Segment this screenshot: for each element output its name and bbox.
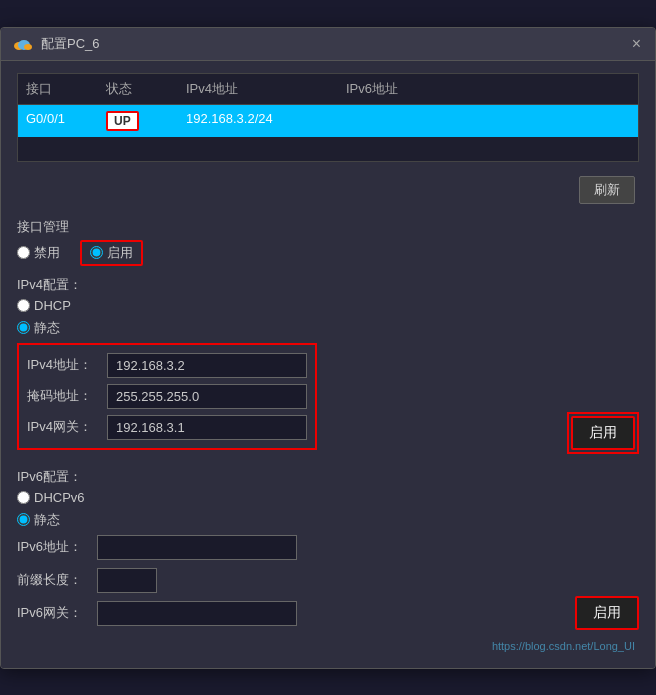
dhcpv6-option[interactable]: DHCPv6: [17, 490, 85, 505]
dhcp-radio[interactable]: [17, 299, 30, 312]
ipv6-address-label: IPv6地址：: [17, 538, 97, 556]
title-bar: 配置PC_6 ×: [1, 28, 655, 61]
window-title: 配置PC_6: [41, 35, 100, 53]
enable-radio[interactable]: [90, 246, 103, 259]
ipv6-section: IPv6配置： DHCPv6 静态 IPv6地址：: [17, 468, 639, 634]
col-interface: 接口: [26, 80, 106, 98]
mask-input[interactable]: [107, 384, 307, 409]
ipv4-address-input[interactable]: [107, 353, 307, 378]
ipv6-split-row: IPv6地址： 前缀长度： IPv6网关： 启用: [17, 535, 639, 634]
interface-table: 接口 状态 IPv4地址 IPv6地址 G0/0/1 UP 192.168.3.…: [17, 73, 639, 162]
close-button[interactable]: ×: [628, 34, 645, 54]
ipv6-fields-col: IPv6地址： 前缀长度： IPv6网关：: [17, 535, 575, 634]
interface-management-options: 禁用 启用: [17, 240, 639, 266]
refresh-row: 刷新: [17, 170, 639, 208]
empty-row: [18, 137, 638, 161]
ipv6-static-label: 静态: [34, 511, 60, 529]
ipv4-fields-col: IPv4地址： 掩码地址： IPv4网关：: [17, 343, 567, 458]
ipv6-apply-col: 启用: [575, 596, 639, 634]
ipv4-split-row: IPv4地址： 掩码地址： IPv4网关： 启用: [17, 343, 639, 458]
config-window: 配置PC_6 × 接口 状态 IPv4地址 IPv6地址 G0/0/1 UP 1…: [0, 27, 656, 669]
disable-radio[interactable]: [17, 246, 30, 259]
refresh-button[interactable]: 刷新: [579, 176, 635, 204]
interface-management-label: 接口管理: [17, 218, 639, 236]
watermark: https://blog.csdn.net/Long_UI: [17, 640, 639, 652]
ipv4-address-label: IPv4地址：: [27, 356, 107, 374]
prefix-row: 前缀长度：: [17, 568, 575, 593]
enable-option[interactable]: 启用: [80, 240, 143, 266]
static-option[interactable]: 静态: [17, 319, 60, 337]
ipv4-static-option-row: 静态: [17, 319, 639, 337]
enable-label: 启用: [107, 244, 133, 262]
ipv6-config-label: IPv6配置：: [17, 468, 639, 486]
ipv4-address-row: IPv4地址：: [27, 353, 307, 378]
cloud-icon: [11, 36, 33, 52]
mask-label: 掩码地址：: [27, 387, 107, 405]
ipv4-apply-btn-box: 启用: [567, 412, 639, 454]
table-row[interactable]: G0/0/1 UP 192.168.3.2/24: [18, 105, 638, 137]
dhcp-label: DHCP: [34, 298, 71, 313]
col-ipv4: IPv4地址: [186, 80, 346, 98]
ipv4-mode-options: DHCP: [17, 298, 639, 313]
disable-option[interactable]: 禁用: [17, 244, 60, 262]
ipv4-fields-box: IPv4地址： 掩码地址： IPv4网关：: [17, 343, 317, 450]
ipv4-config-label: IPv4配置：: [17, 276, 639, 294]
prefix-input[interactable]: [97, 568, 157, 593]
row-status: UP: [106, 111, 186, 131]
row-interface: G0/0/1: [26, 111, 106, 131]
ipv6-gateway-input[interactable]: [97, 601, 297, 626]
ipv4-gateway-input[interactable]: [107, 415, 307, 440]
svg-point-2: [24, 44, 32, 50]
ipv6-address-row: IPv6地址：: [17, 535, 575, 560]
mask-row: 掩码地址：: [27, 384, 307, 409]
window-content: 接口 状态 IPv4地址 IPv6地址 G0/0/1 UP 192.168.3.…: [1, 61, 655, 668]
title-bar-left: 配置PC_6: [11, 35, 100, 53]
dhcpv6-radio[interactable]: [17, 491, 30, 504]
disable-label: 禁用: [34, 244, 60, 262]
ipv6-dhcp-option-row: DHCPv6: [17, 490, 639, 505]
ipv4-gateway-label: IPv4网关：: [27, 418, 107, 436]
ipv6-static-option-row: 静态: [17, 511, 639, 529]
ipv6-gateway-label: IPv6网关：: [17, 604, 97, 622]
ipv6-address-input[interactable]: [97, 535, 297, 560]
static-radio[interactable]: [17, 321, 30, 334]
prefix-label: 前缀长度：: [17, 571, 97, 589]
table-header: 接口 状态 IPv4地址 IPv6地址: [18, 74, 638, 105]
row-ipv6: [346, 111, 526, 131]
col-status: 状态: [106, 80, 186, 98]
ipv4-apply-button[interactable]: 启用: [571, 416, 635, 450]
status-badge: UP: [106, 111, 139, 131]
row-ipv4: 192.168.3.2/24: [186, 111, 346, 131]
col-ipv6: IPv6地址: [346, 80, 526, 98]
ipv6-gateway-row: IPv6网关：: [17, 601, 575, 626]
ipv4-gateway-row: IPv4网关：: [27, 415, 307, 440]
ipv4-apply-col: 启用: [567, 412, 639, 458]
dhcp-option[interactable]: DHCP: [17, 298, 71, 313]
ipv6-static-radio[interactable]: [17, 513, 30, 526]
static-label: 静态: [34, 319, 60, 337]
ipv6-apply-button[interactable]: 启用: [575, 596, 639, 630]
ipv6-static-option[interactable]: 静态: [17, 511, 60, 529]
dhcpv6-label: DHCPv6: [34, 490, 85, 505]
